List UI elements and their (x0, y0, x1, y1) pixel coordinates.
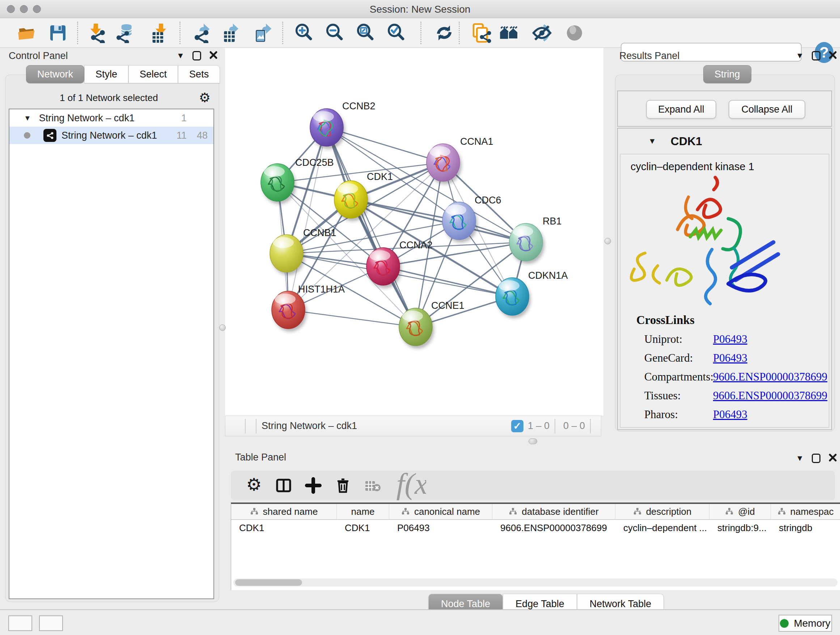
table-row[interactable]: CDK1CDK1P064939606.ENSP00000378699cyclin… (231, 520, 840, 536)
status-bar: Memory (0, 609, 840, 635)
cell-namespac: stringdb (771, 520, 840, 536)
show-columns-icon[interactable] (275, 477, 292, 494)
tree-item-label: String Network – cdk1 (62, 130, 165, 141)
panel-close-icon[interactable] (829, 453, 837, 463)
panel-collapse-icon[interactable]: ▼ (796, 52, 804, 60)
cytoscape-window: Session: New Session ? Control Panel ▼ N… (0, 0, 840, 635)
hide-panels-icon[interactable] (531, 22, 553, 44)
tab-string[interactable]: String (703, 65, 752, 83)
crosslink-label: Tissues: (644, 389, 713, 402)
gene-section: ▼ CDK1 cyclin–dependent kinase 1 CrossLi… (617, 128, 832, 430)
gene-expander-icon[interactable]: ▼ (648, 137, 656, 145)
network-node-CCNA1[interactable] (426, 144, 462, 184)
network-node-CCNB1[interactable] (270, 234, 305, 275)
crosslink-link[interactable]: 9606.ENSP00000378699 (713, 389, 827, 402)
column-header-name[interactable]: name (337, 504, 389, 519)
node-label-CCNA1: CCNA1 (460, 136, 493, 147)
export-network-icon[interactable] (190, 22, 212, 44)
panel-collapse-icon[interactable]: ▼ (796, 454, 804, 462)
left-splitter-handle[interactable] (219, 325, 226, 331)
network-node-CCNB2[interactable] (310, 109, 345, 149)
column-header-database-identifier[interactable]: database identifier (493, 504, 615, 519)
column-header-description[interactable]: description (615, 504, 709, 519)
tab-sets[interactable]: Sets (178, 65, 220, 83)
show-home-icon[interactable] (499, 22, 520, 44)
delete-column-icon[interactable] (334, 477, 352, 494)
export-table-icon[interactable] (220, 22, 242, 44)
expander-icon[interactable]: ▼ (24, 114, 31, 122)
panel-float-icon[interactable] (812, 51, 821, 60)
import-database-icon[interactable] (114, 22, 136, 44)
network-options-gear-icon[interactable]: ⚙ (199, 91, 210, 104)
panel-float-icon[interactable] (193, 51, 201, 60)
clone-network-icon[interactable] (470, 22, 492, 44)
crosslink-link[interactable]: P06493 (713, 352, 747, 364)
panel-close-icon[interactable] (209, 51, 218, 61)
tab-style[interactable]: Style (84, 65, 128, 83)
network-node-CCNE1[interactable] (399, 308, 434, 348)
export-image-icon[interactable] (252, 22, 274, 44)
network-icon (43, 129, 57, 142)
table-panel-controls: ▼ (796, 453, 837, 463)
zoom-out-icon[interactable] (324, 22, 346, 44)
column-header-canonical-name[interactable]: canonical name (389, 504, 493, 519)
network-view-title: String Network – cdk1 (262, 420, 357, 432)
column-header-shared-name[interactable]: shared name (231, 504, 337, 519)
scrollbar-thumb[interactable] (235, 579, 302, 586)
svg-text:f(x): f(x) (396, 469, 426, 500)
cloud-status-button[interactable] (8, 616, 32, 631)
warning-status-button[interactable] (39, 616, 63, 631)
tab-network[interactable]: Network (26, 65, 84, 83)
import-network-icon[interactable] (85, 22, 107, 44)
expand-collapse-box: Expand All Collapse All (617, 90, 832, 127)
network-node-CCNA2[interactable] (366, 248, 401, 288)
network-tree: ▼String Network – cdk11String Network – … (9, 109, 214, 599)
crosslink-link[interactable]: 9606.ENSP00000378699 (713, 371, 827, 383)
tree-item[interactable]: String Network – cdk11148 (9, 127, 213, 144)
network-node-CDKN1A[interactable] (496, 278, 531, 318)
open-session-icon[interactable] (16, 22, 38, 44)
tree-node-icon (633, 507, 642, 516)
cell-canonical-name: P06493 (389, 520, 493, 536)
crosslink-link[interactable]: P06493 (713, 333, 747, 346)
import-table-icon[interactable] (148, 22, 169, 44)
horizontal-scrollbar[interactable] (233, 578, 837, 586)
node-table: shared namenamecanonical namedatabase id… (231, 502, 840, 590)
table-splitter-handle[interactable] (529, 439, 537, 444)
memory-status-dot (780, 619, 789, 628)
main-toolbar: ? (0, 18, 840, 48)
selected-checkbox[interactable]: ✓ (511, 420, 523, 432)
network-node-CDC25B[interactable] (261, 164, 296, 204)
expand-all-button[interactable]: Expand All (646, 100, 716, 119)
zoom-selected-icon[interactable] (385, 22, 407, 44)
node-label-CDC6: CDC6 (475, 195, 501, 206)
control-panel-title: Control Panel (9, 50, 68, 62)
panel-float-icon[interactable] (812, 454, 821, 463)
add-column-icon[interactable] (305, 477, 322, 494)
network-node-CDK1[interactable] (334, 181, 369, 221)
memory-button[interactable]: Memory (778, 615, 832, 632)
column-header--id[interactable]: @id (709, 504, 771, 519)
collapse-all-button[interactable]: Collapse All (729, 100, 805, 119)
right-splitter-handle[interactable] (605, 238, 611, 244)
cell-description: cyclin–dependent ... (615, 520, 709, 536)
zoom-fit-icon[interactable] (355, 22, 376, 44)
network-node-CDC6[interactable] (442, 202, 477, 242)
network-node-RB1[interactable] (509, 223, 545, 264)
panel-close-icon[interactable] (829, 51, 837, 61)
refresh-layout-icon[interactable] (433, 22, 455, 44)
table-settings-gear-icon[interactable]: ⚙ (245, 477, 263, 494)
panel-collapse-icon[interactable]: ▼ (177, 52, 185, 60)
node-label-CDKN1A: CDKN1A (528, 270, 568, 281)
delete-table-icon (364, 477, 381, 494)
zoom-in-icon[interactable] (293, 22, 315, 44)
crosslinks-section: CrossLinks Uniprot: P06493GeneCard: P064… (621, 314, 829, 421)
network-view[interactable]: CCNB2CCNA1CDC25BCDK1CDC6RB1CCNB1CCNA2CDK… (225, 48, 603, 416)
column-header-namespac[interactable]: namespac (771, 504, 840, 519)
save-session-icon[interactable] (47, 22, 69, 44)
eye-disabled-icon[interactable] (564, 22, 585, 44)
tree-item[interactable]: ▼String Network – cdk11 (9, 109, 213, 127)
crosslink-link[interactable]: P06493 (713, 408, 747, 421)
tab-select[interactable]: Select (128, 65, 178, 83)
node-label-CDK1: CDK1 (367, 171, 393, 182)
